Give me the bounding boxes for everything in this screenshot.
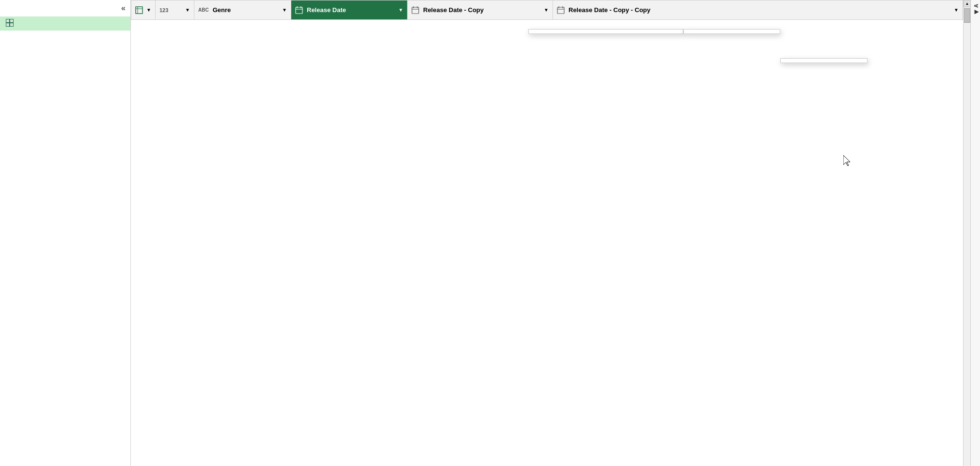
right-panel-toggle[interactable]: ◀ A [971,0,980,19]
scrollbar[interactable]: ▲ [963,0,970,466]
col-release-date-label: Release Date [307,6,346,14]
col-rownum-arrow[interactable]: ▼ [146,7,151,13]
col-price-icon: 123 [159,7,168,13]
sidebar-item-rentals[interactable] [0,16,130,31]
table-icon [6,19,14,28]
svg-rect-1 [6,19,9,22]
data-grid-container[interactable]: ▼ 123 ▼ ABC Genre [131,0,963,466]
col-header-genre[interactable]: ABC Genre ▼ [194,0,291,20]
context-menu [528,29,683,34]
scrollbar-up-button[interactable]: ▲ [964,0,971,7]
col-release-date-copy-label: Release Date - Copy [423,6,484,14]
right-panel: ◀ A [970,0,980,466]
col-release-date-arrow[interactable]: ▼ [398,7,403,13]
sidebar-header: « [0,0,130,16]
col-release-date-copy-copy-arrow[interactable]: ▼ [954,7,959,13]
col-header-release-date-copy-copy[interactable]: Release Date - Copy - Copy ▼ [553,0,963,20]
data-grid: ▼ 123 ▼ ABC Genre [131,0,963,20]
scrollbar-thumb[interactable] [964,8,970,23]
svg-rect-16 [557,7,564,14]
col-header-release-date-copy[interactable]: Release Date - Copy ▼ [408,0,553,20]
col-header-release-date[interactable]: Release Date ▼ [291,0,408,20]
svg-rect-2 [10,19,13,22]
svg-rect-5 [136,7,142,14]
col-genre-arrow[interactable]: ▼ [282,7,287,13]
sidebar: « [0,0,131,466]
svg-rect-4 [10,23,13,26]
svg-rect-8 [296,7,302,14]
submenu-transform [683,29,780,34]
submenu-year [780,58,868,63]
col-price-arrow[interactable]: ▼ [185,7,190,13]
col-release-date-copy-arrow[interactable]: ▼ [544,7,549,13]
col-genre-label: Genre [213,6,231,14]
main-content: ▼ 123 ▼ ABC Genre [131,0,963,466]
col-header-price[interactable]: 123 ▼ [156,0,194,20]
col-release-date-copy-copy-label: Release Date - Copy - Copy [569,6,650,14]
svg-rect-12 [412,7,419,14]
sidebar-collapse-button[interactable]: « [121,4,126,13]
col-genre-icon: ABC [198,7,209,13]
col-header-rownum[interactable]: ▼ [131,0,156,20]
svg-rect-3 [6,23,9,26]
